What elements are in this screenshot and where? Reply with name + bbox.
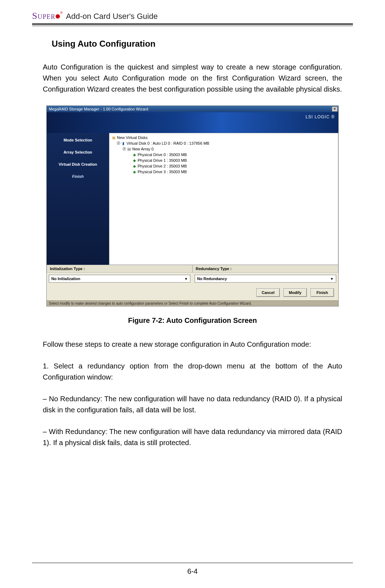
finish-button[interactable]: Finish xyxy=(310,288,334,297)
modify-button[interactable]: Modify xyxy=(283,288,307,297)
lsi-logic-logo: LSI LOGIC ® xyxy=(306,114,335,119)
bottom-options: Initialization Type : No Initialization … xyxy=(47,265,338,285)
tree-virtual-disk[interactable]: ⦿▮Virtual Disk 0 : Auto LD 0 : RAID 0 : … xyxy=(112,140,336,146)
header-rule xyxy=(32,24,353,26)
dialog-button-row: Cancel Modify Finish xyxy=(47,285,338,300)
brand-logo: Super® xyxy=(32,11,63,21)
doc-title: Add-on Card User's Guide xyxy=(66,12,158,21)
virtual-disk-icon: ▮ xyxy=(121,140,125,146)
tree-root[interactable]: ▣New Virtual Disks xyxy=(112,135,336,140)
tree-array[interactable]: ⦿▤New Array 0 xyxy=(112,146,336,152)
drive-icon: ◆ xyxy=(132,158,137,163)
chevron-down-icon: ▼ xyxy=(184,277,188,281)
with-redundancy-bullet: – With Redundancy: The new configuration… xyxy=(43,426,342,448)
redundancy-type-label: Redundancy Type : xyxy=(192,265,338,273)
tree-drive-3[interactable]: ◆Physical Drive 3 : 35003 MB xyxy=(112,169,336,175)
registered-icon: ® xyxy=(60,11,63,15)
drive-icon: ◆ xyxy=(132,152,137,158)
after-figure-paragraph: Follow these steps to create a new stora… xyxy=(43,339,342,350)
init-type-value: No Initialization xyxy=(51,277,80,281)
intro-paragraph: Auto Configuration is the quickest and s… xyxy=(43,62,342,95)
page-number: 6-4 xyxy=(0,567,385,576)
sidebar-step-finish[interactable]: Finish xyxy=(50,174,106,179)
close-button[interactable]: × xyxy=(332,107,338,112)
tree-handle-icon: ⦿ xyxy=(122,147,126,151)
sidebar-step-vdc[interactable]: Virtual Disk Creation xyxy=(50,162,106,166)
dialog-titlebar: MegaRAID Storage Manager - 1.00 Configur… xyxy=(47,106,338,112)
figure-caption: Figure 7-2: Auto Configuration Screen xyxy=(32,316,353,325)
config-wizard-dialog: MegaRAID Storage Manager - 1.00 Configur… xyxy=(46,105,339,306)
cancel-button[interactable]: Cancel xyxy=(256,288,280,297)
redundancy-type-select[interactable]: No Redundancy ▼ xyxy=(195,275,336,283)
page-header: Super® Add-on Card User's Guide xyxy=(32,11,353,24)
init-type-select[interactable]: No Initialization ▼ xyxy=(49,275,190,283)
step-1-paragraph: 1. Select a redundancy option from the d… xyxy=(43,361,342,383)
init-type-label: Initialization Type : xyxy=(47,265,192,273)
dialog-statusbar: Select modify to make desired changes to… xyxy=(47,300,338,306)
drive-icon: ◆ xyxy=(132,163,137,169)
folder-icon: ▣ xyxy=(112,135,116,140)
wizard-sidebar: Mode Selection Array Selection Virtual D… xyxy=(47,133,109,265)
no-redundancy-bullet: – No Redundancy: The new configuration w… xyxy=(43,393,342,416)
dialog-banner: LSI LOGIC ® xyxy=(47,112,338,133)
tree-handle-icon: ⦿ xyxy=(117,141,120,145)
brand-dot-icon xyxy=(56,14,60,19)
array-icon: ▤ xyxy=(127,146,131,152)
tree-pane: ▣New Virtual Disks ⦿▮Virtual Disk 0 : Au… xyxy=(109,133,338,265)
dialog-title: MegaRAID Storage Manager - 1.00 Configur… xyxy=(49,107,148,111)
sidebar-step-mode[interactable]: Mode Selection xyxy=(50,138,106,142)
brand-text: Super xyxy=(32,11,55,21)
tree-drive-2[interactable]: ◆Physical Drive 2 : 35003 MB xyxy=(112,163,336,169)
chevron-down-icon: ▼ xyxy=(330,277,334,281)
redundancy-type-value: No Redundancy xyxy=(197,277,227,281)
section-heading: Using Auto Configuration xyxy=(52,39,353,49)
tree-drive-1[interactable]: ◆Physical Drive 1 : 35003 MB xyxy=(112,158,336,163)
figure-wrap: MegaRAID Storage Manager - 1.00 Configur… xyxy=(43,105,342,306)
footer-rule xyxy=(32,563,353,563)
sidebar-step-array[interactable]: Array Selection xyxy=(50,150,106,154)
drive-icon: ◆ xyxy=(132,169,137,175)
tree-drive-0[interactable]: ◆Physical Drive 0 : 35003 MB xyxy=(112,152,336,158)
